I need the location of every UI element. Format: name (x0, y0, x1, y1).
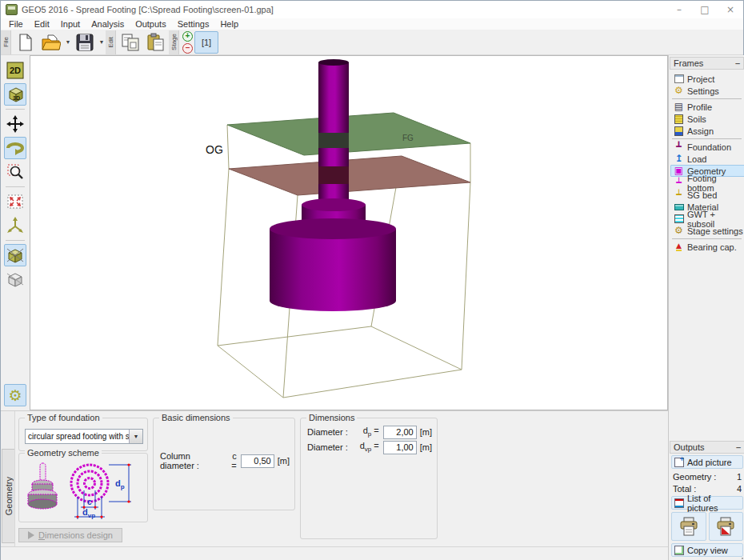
menu-input[interactable]: Input (55, 19, 86, 29)
combo-dropdown-icon[interactable]: ▼ (129, 430, 142, 443)
dp-label: dp (115, 478, 125, 490)
type-of-foundation-group: Type of foundation circular spread footi… (18, 418, 148, 451)
view-toolbar: 2D 3D (1, 55, 30, 410)
diameter-dvp-label: Diameter : (307, 442, 348, 452)
view-wire-button[interactable] (4, 268, 26, 290)
add-stage-button[interactable]: + (182, 31, 193, 42)
frames-minimize-button[interactable]: – (735, 61, 740, 66)
open-dropdown-arrow[interactable]: ▼ (64, 31, 72, 54)
geometry-scheme-diagram: dp c dvp (19, 457, 147, 521)
frame-item-soils[interactable]: Soils (670, 113, 744, 125)
print-preview-button[interactable] (671, 512, 706, 541)
dvp-label: dvp (82, 507, 95, 519)
gwt-subsoil-icon (674, 214, 684, 224)
paste-icon (146, 33, 166, 52)
toolbar-separator (6, 109, 25, 110)
close-button[interactable]: × (718, 1, 743, 18)
diameter-dp-input[interactable] (383, 426, 417, 439)
zoom-extents-button[interactable] (4, 190, 26, 213)
column-diameter-label: Column diameter : (160, 451, 226, 470)
frame-item-gwt-subsoil[interactable]: GWT + subsoil (670, 213, 744, 225)
geometry-scheme-group: Geometry scheme (18, 453, 148, 522)
frame-item-project[interactable]: Project (670, 73, 744, 85)
add-picture-button[interactable]: Add picture (671, 455, 743, 469)
outputs-title: Outputs (674, 442, 705, 452)
foundation-icon: ┻ (674, 142, 684, 152)
new-file-button[interactable] (14, 31, 38, 54)
wire-cube-icon (6, 270, 24, 288)
stage-1-button[interactable]: [1] (194, 31, 218, 54)
copy-icon (121, 33, 140, 52)
zoom-extents-icon (6, 194, 24, 210)
zoom-icon (6, 163, 24, 181)
footing-bottom-icon: ┷ (674, 178, 684, 188)
zoom-button[interactable] (4, 161, 26, 183)
settings-gear-icon: ⚙ (674, 86, 684, 96)
dp-symbol: dp = (363, 426, 379, 438)
diameter-dp-unit: [m] (420, 427, 432, 437)
axes-button[interactable] (4, 214, 26, 237)
print-picture-button[interactable] (709, 512, 744, 541)
copy-view-button[interactable]: Copy view (671, 543, 743, 557)
frames-panel-header: Frames – (670, 57, 744, 70)
type-of-foundation-value: circular spread footing with steps (26, 432, 129, 441)
menu-help[interactable]: Help (214, 19, 244, 29)
menu-edit[interactable]: Edit (29, 19, 55, 29)
geometry-icon: ▣ (674, 166, 684, 176)
list-of-pictures-button[interactable]: List of pictures (671, 496, 743, 510)
2d-icon: 2D (6, 62, 24, 79)
svg-text:2D: 2D (10, 66, 21, 75)
frame-item-load[interactable]: ↥ Load (670, 153, 744, 165)
basic-dimensions-group: Basic dimensions Column diameter : c = [… (153, 418, 295, 510)
remove-stage-button[interactable]: – (182, 43, 193, 54)
menu-analysis[interactable]: Analysis (86, 19, 130, 29)
minimize-button[interactable]: – (666, 1, 692, 18)
printer-icon (678, 516, 699, 537)
rotate-button[interactable] (4, 137, 26, 159)
view-settings-button[interactable]: ⚙ (4, 384, 26, 406)
frame-item-footing-bottom[interactable]: ┷ Footing bottom (670, 177, 744, 189)
view-corner-button[interactable] (4, 244, 26, 266)
rotate-icon (6, 140, 25, 156)
outputs-minimize-button[interactable]: – (736, 445, 741, 450)
dvp-symbol: dvp = (360, 441, 379, 453)
dimensions-group: Dimensions Diameter : dp = [m] Diameter … (300, 418, 438, 539)
diameter-dvp-input[interactable] (383, 441, 417, 454)
maximize-button[interactable]: □ (692, 1, 718, 18)
column-diameter-input[interactable] (241, 454, 274, 468)
c-label: c (87, 498, 92, 506)
frames-separator (672, 138, 742, 139)
window-title: GEO5 2016 - Spread Footing [C:\Spread Fo… (22, 5, 274, 14)
frame-item-bearing-cap[interactable]: ▲ Bearing cap. (670, 241, 744, 253)
outputs-panel-header: Outputs – (670, 441, 744, 454)
bottom-tab-strip: Geometry (1, 411, 15, 546)
tab-geometry[interactable]: Geometry (2, 449, 14, 543)
svg-text:3D: 3D (13, 95, 20, 101)
menu-outputs[interactable]: Outputs (130, 19, 172, 29)
frame-item-profile[interactable]: ▤ Profile (670, 101, 744, 113)
frame-item-assign[interactable]: Assign (670, 125, 744, 137)
footing-pictogram-icon (28, 463, 57, 509)
menu-file[interactable]: File (3, 19, 29, 29)
type-of-foundation-select[interactable]: circular spread footing with steps ▼ (25, 429, 143, 444)
menu-settings[interactable]: Settings (172, 19, 215, 29)
save-file-button[interactable] (73, 31, 97, 54)
og-plane-label: OG (206, 143, 223, 156)
toolbar-separator (6, 186, 25, 187)
frame-item-stage-settings[interactable]: ⚙ Stage settings (670, 225, 744, 237)
dimensions-design-button[interactable]: Dimensions design (18, 528, 122, 542)
frame-item-settings[interactable]: ⚙ Settings (670, 85, 744, 97)
open-file-button[interactable] (39, 31, 63, 54)
view-3d-button[interactable]: 3D (4, 83, 26, 106)
pan-button[interactable] (4, 113, 26, 135)
c-symbol: c = (226, 451, 237, 470)
3d-viewport[interactable]: OG FG (30, 55, 668, 410)
open-folder-icon (42, 34, 61, 51)
copy-button[interactable] (118, 31, 142, 54)
save-dropdown-arrow[interactable]: ▼ (98, 31, 106, 54)
view-2d-button[interactable]: 2D (4, 59, 26, 82)
geometry-count-row: Geometry : 1 (669, 470, 744, 482)
frame-item-foundation[interactable]: ┻ Foundation (670, 141, 744, 153)
load-arrow-icon: ↥ (674, 154, 684, 164)
paste-button[interactable] (144, 31, 168, 54)
